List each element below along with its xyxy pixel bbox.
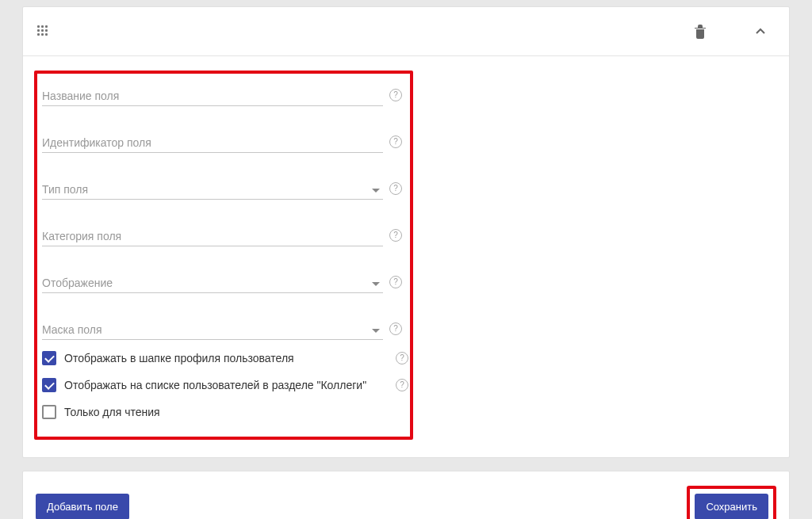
field-editor-card: ? ? ?	[22, 6, 790, 458]
field-row-mask: ?	[42, 312, 408, 345]
help-icon[interactable]: ?	[389, 182, 402, 195]
field-row-category: ?	[42, 219, 408, 251]
field-identifier-input[interactable]	[42, 133, 383, 153]
field-row-display: ?	[42, 265, 408, 298]
save-highlight: Сохранить	[687, 486, 776, 519]
collapse-button[interactable]	[746, 17, 775, 46]
checkbox-readonly[interactable]	[42, 405, 56, 419]
checkbox-row-colleagues: Отображать на списке пользователей в раз…	[42, 372, 408, 399]
save-button[interactable]: Сохранить	[695, 494, 768, 519]
help-icon[interactable]: ?	[389, 229, 402, 242]
form-highlight: ? ? ?	[34, 71, 413, 440]
card-header	[23, 7, 789, 56]
field-display-select[interactable]	[42, 273, 383, 293]
help-icon[interactable]: ?	[389, 89, 402, 101]
help-icon[interactable]: ?	[389, 135, 402, 148]
checkbox-label: Отображать в шапке профиля пользователя	[64, 352, 388, 364]
drag-handle-icon[interactable]	[37, 25, 50, 38]
footer-bar: Добавить поле Сохранить	[22, 471, 790, 519]
help-icon[interactable]: ?	[396, 352, 408, 364]
help-icon[interactable]: ?	[396, 379, 408, 391]
checkbox-show-in-colleagues[interactable]	[42, 378, 56, 392]
field-category-input[interactable]	[42, 227, 383, 246]
checkbox-show-in-header[interactable]	[42, 351, 56, 365]
trash-icon	[694, 25, 707, 39]
help-icon[interactable]: ?	[389, 276, 402, 288]
field-row-type: ?	[42, 172, 408, 204]
checkbox-row-readonly: Только для чтения	[42, 399, 408, 426]
field-mask-select[interactable]	[42, 320, 383, 340]
field-row-name: ?	[42, 78, 408, 111]
delete-button[interactable]	[686, 17, 714, 46]
field-type-select[interactable]	[42, 180, 383, 200]
checkbox-label: Отображать на списке пользователей в раз…	[64, 379, 388, 391]
field-row-identifier: ?	[42, 125, 408, 158]
checkbox-row-header: Отображать в шапке профиля пользователя …	[42, 345, 408, 372]
checkbox-label: Только для чтения	[64, 406, 408, 418]
chevron-up-icon	[755, 26, 766, 37]
add-field-button[interactable]: Добавить поле	[36, 494, 129, 519]
card-body: ? ? ?	[23, 56, 789, 457]
field-name-input[interactable]	[42, 86, 383, 106]
help-icon[interactable]: ?	[389, 322, 402, 335]
